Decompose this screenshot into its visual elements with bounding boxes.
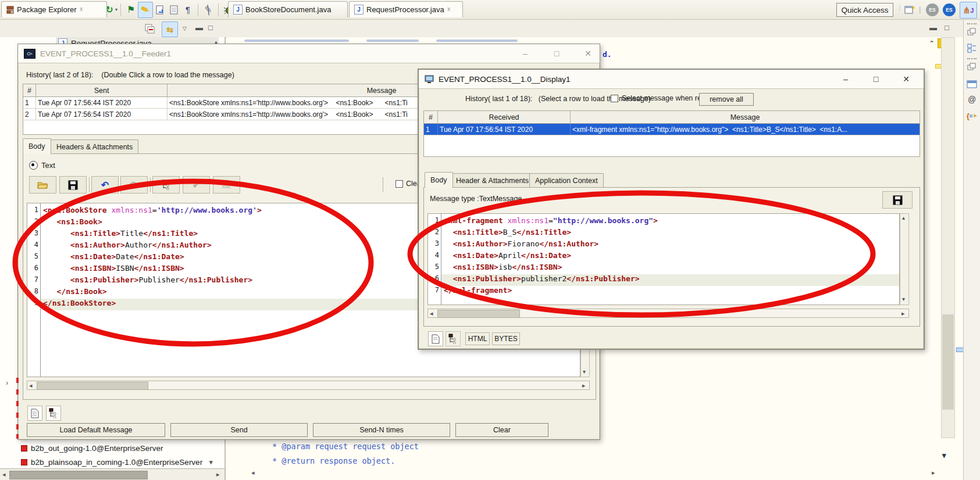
load-message-button[interactable]	[29, 176, 56, 194]
restore-pane-icon[interactable]	[966, 62, 978, 72]
send-button[interactable]: Send	[170, 423, 308, 437]
task-flag-icon[interactable]: ⚑	[124, 2, 138, 17]
xml-tree-view-button[interactable]: 〈〉〈〉	[446, 331, 461, 346]
code-line[interactable]: <ns1:Title>B_S</ns1:Title>	[441, 228, 899, 239]
annotations-view-icon[interactable]: @	[966, 94, 978, 105]
close-icon[interactable]: ☓	[80, 6, 83, 13]
tab-requestprocessor[interactable]: J RequestProcessor.java ☓	[349, 1, 463, 17]
perspective-es-gray-icon[interactable]: ES	[926, 3, 939, 16]
view-menu-icon[interactable]: ▽	[183, 26, 187, 31]
display-tab-body[interactable]: Body	[425, 172, 453, 188]
drag-handle[interactable]	[967, 23, 977, 24]
bytes-view-button[interactable]: BYTES	[492, 332, 520, 345]
tree-item-b2b-plainsoap[interactable]: b2b_plainsoap_in_coming-1.0@EnterpriseSe…	[21, 458, 202, 467]
maximize-editor-icon[interactable]: □	[945, 23, 949, 32]
send-n-times-button[interactable]: Send-N times	[313, 423, 450, 437]
minimize-editor-icon[interactable]: ▬	[929, 23, 937, 32]
open-type-icon[interactable]	[153, 2, 167, 17]
save-message-button[interactable]	[59, 176, 87, 194]
snippets-view-icon[interactable]: {≡➤	[966, 110, 978, 121]
scroll-left-icon[interactable]: ◂	[430, 310, 433, 317]
show-whitespace-icon[interactable]: ¶	[181, 2, 195, 17]
explorer-hscrollbar[interactable]: ◂ ▸	[0, 468, 224, 480]
text-view-button[interactable]	[428, 331, 443, 346]
html-view-button[interactable]: HTML	[465, 332, 490, 345]
code-line[interactable]: </xml-fragment>	[441, 286, 899, 298]
outline-view-icon[interactable]	[966, 43, 978, 53]
close-icon[interactable]: ✕	[900, 74, 912, 84]
tab-package-explorer[interactable]: Package Explorer ☓	[1, 1, 107, 17]
save-message-button[interactable]	[882, 191, 913, 209]
console-view-icon[interactable]	[966, 79, 978, 89]
tree-item-b2b-out[interactable]: b2b_out_going-1.0@EnterpriseServer	[21, 444, 163, 453]
scrollbar-thumb[interactable]	[9, 471, 148, 479]
scroll-right-icon[interactable]: ▸	[582, 382, 586, 389]
editor-scroll-right-icon[interactable]: ▸	[932, 470, 935, 476]
text-view-button[interactable]	[27, 406, 42, 421]
table-row-selected[interactable]: 1 Tue Apr 07 17:56:54 IST 2020 <xml-frag…	[424, 124, 920, 135]
minimize-icon[interactable]: –	[840, 74, 851, 84]
tree-scroll-down-icon[interactable]: ▾	[209, 459, 213, 465]
redo-button[interactable]: ↷	[120, 176, 148, 194]
display-tab-appcontext[interactable]: Application Context	[529, 173, 604, 188]
perspective-es-blue-icon[interactable]: ES	[943, 3, 956, 16]
format-xml-button[interactable]: (E)⌞XML	[213, 176, 240, 194]
remove-all-button[interactable]: remove all	[699, 93, 754, 106]
scrollbar-thumb[interactable]	[437, 310, 520, 318]
editor-scroll-left-icon[interactable]: ◂	[251, 470, 255, 476]
code-line[interactable]: <ns1:ISBN>isb</ns1:ISBN>	[441, 263, 899, 274]
xml-structure-button[interactable]: 〈〉〈〉	[152, 176, 180, 194]
close-icon[interactable]: ✕	[582, 48, 594, 59]
display-vscrollbar[interactable]: ▴ ▾	[900, 213, 909, 305]
code-line[interactable]: <xml-fragment xmlns:ns1="http://www.book…	[441, 216, 899, 228]
document-list-icon[interactable]	[167, 2, 181, 17]
scroll-left-icon[interactable]: ◂	[29, 382, 33, 389]
ruler-up-icon[interactable]: ⌃	[929, 40, 935, 48]
scroll-right-icon[interactable]: ▸	[216, 471, 220, 478]
restore-panel-icon[interactable]: ›	[6, 379, 8, 387]
validate-button[interactable]: ✔	[183, 176, 210, 194]
display-tab-headers[interactable]: Header & Attachments	[450, 173, 534, 188]
feeder-hscrollbar[interactable]: ◂ ▸	[27, 381, 590, 390]
minimize-icon[interactable]: –	[519, 48, 531, 59]
scroll-down-icon[interactable]: ▾	[583, 369, 586, 375]
code-line[interactable]: <ns1:Date>April</ns1:Date>	[441, 251, 899, 263]
col-header-num[interactable]: #	[424, 111, 438, 123]
clear-button[interactable]: Clear	[455, 423, 548, 437]
scroll-left-icon[interactable]: ◂	[2, 471, 6, 478]
feeder-tab-headers[interactable]: Headers & Attachments	[51, 139, 138, 154]
maximize-icon[interactable]: □	[551, 48, 562, 59]
highlighter-icon[interactable]: ✎	[138, 2, 153, 18]
col-header-num[interactable]: #	[23, 84, 36, 96]
quick-access-box[interactable]: Quick Access	[836, 3, 893, 17]
close-icon[interactable]: ☓	[447, 6, 451, 13]
feeder-titlebar[interactable]: O› EVENT_PROCESS1__1.0__Feeder1	[18, 44, 600, 63]
editor-scroll-down-icon[interactable]: ▾	[942, 451, 946, 460]
code-line[interactable]: <ns1:Author>Fiorano</ns1:Author>	[441, 239, 899, 251]
scrollbar-thumb[interactable]	[942, 314, 954, 410]
editor-vscrollbar[interactable]	[941, 37, 955, 438]
open-perspective-icon[interactable]: ✦	[903, 2, 917, 17]
col-header-sent[interactable]: Sent	[36, 84, 168, 96]
col-header-received[interactable]: Received	[438, 111, 571, 123]
link-with-editor-icon[interactable]: ⇆	[162, 22, 178, 37]
collapse-all-icon[interactable]	[144, 23, 156, 35]
display-hscrollbar[interactable]: ◂ ▸	[427, 309, 909, 318]
drag-handle[interactable]	[967, 58, 977, 59]
scroll-right-icon[interactable]: ▸	[901, 310, 905, 317]
text-radio[interactable]: Text	[29, 161, 55, 170]
scroll-down-icon[interactable]: ▾	[902, 296, 905, 302]
minimize-view-icon[interactable]: ▬	[195, 23, 203, 32]
xml-tree-view-button[interactable]: 〈〉〈〉	[46, 406, 61, 421]
restore-pane-icon[interactable]	[966, 27, 978, 37]
maximize-view-icon[interactable]: □	[208, 23, 213, 32]
perspective-java-icon[interactable]: ⋔J	[960, 2, 977, 19]
display-xml-viewer[interactable]: 1234567 <xml-fragment xmlns:ns1="http://…	[427, 213, 900, 305]
undo-button[interactable]: ↶	[91, 176, 119, 194]
scroll-up-icon[interactable]: ▴	[902, 215, 905, 221]
col-header-message[interactable]: Message	[571, 111, 920, 123]
maximize-icon[interactable]: □	[870, 74, 882, 84]
feeder-tab-body[interactable]: Body	[23, 138, 51, 154]
mark-occurrences-icon[interactable]: ✎╲	[201, 2, 215, 17]
code-column[interactable]: <xml-fragment xmlns:ns1="http://www.book…	[441, 214, 899, 305]
